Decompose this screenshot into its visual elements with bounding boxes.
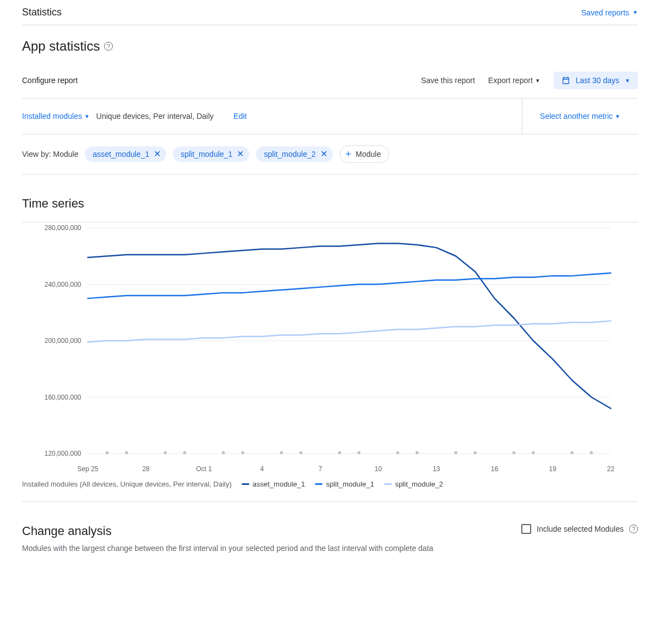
date-range-picker[interactable]: Last 30 days ▼ [554,72,638,89]
save-report-label: Save this report [421,76,475,85]
svg-rect-37 [590,451,593,454]
svg-rect-28 [338,451,341,454]
saved-reports-label: Saved reports [581,8,629,17]
svg-rect-23 [183,451,186,454]
export-report-label: Export report [488,76,533,85]
legend-item: split_module_2 [384,480,443,488]
legend-label: split_module_1 [326,480,374,488]
legend-item: split_module_1 [315,480,374,488]
legend-item: asset_module_1 [242,480,305,488]
date-range-label: Last 30 days [576,76,619,85]
include-modules-checkbox[interactable] [521,524,531,534]
include-modules-label: Include selected Modules [537,525,624,533]
page-title: App statistics [22,39,100,54]
legend-prefix: Installed modules (All devices, Unique d… [22,480,232,488]
chevron-down-icon: ▼ [625,78,630,84]
legend-label: split_module_2 [395,480,443,488]
primary-metric-dropdown[interactable]: Installed modules ▼ [22,112,90,121]
chevron-down-icon: ▼ [84,113,90,119]
select-another-label: Select another metric [540,112,613,121]
svg-rect-22 [164,451,167,454]
metric-config-text: Unique devices, Per interval, Daily [96,112,214,121]
change-analysis-title: Change analysis [22,524,433,538]
edit-metric-button[interactable]: Edit [233,112,247,121]
add-module-label: Module [356,150,381,159]
svg-text:7: 7 [318,465,322,473]
configure-report-label: Configure report [22,76,78,85]
chip-label: split_module_2 [264,150,315,159]
chip-label: asset_module_1 [92,150,149,159]
save-report-button[interactable]: Save this report [421,76,475,85]
export-report-dropdown[interactable]: Export report ▼ [488,76,541,85]
chevron-down-icon: ▼ [535,78,541,84]
primary-metric-label: Installed modules [22,112,82,121]
legend-swatch [242,483,249,485]
svg-rect-31 [416,451,418,454]
svg-text:200,000,000: 200,000,000 [45,337,81,345]
svg-text:240,000,000: 240,000,000 [45,281,81,288]
saved-reports-dropdown[interactable]: Saved reports ▼ [581,8,638,17]
svg-rect-32 [455,451,457,454]
svg-rect-21 [125,451,128,454]
legend-label: asset_module_1 [253,480,305,488]
svg-text:28: 28 [142,465,150,473]
legend-swatch [384,483,392,485]
svg-text:120,000,000: 120,000,000 [45,450,81,457]
svg-rect-30 [396,451,399,454]
chart-legend: Installed modules (All devices, Unique d… [22,476,638,502]
view-by-label: View by: Module [22,150,78,159]
help-icon[interactable]: ? [104,42,113,51]
svg-rect-36 [571,451,574,454]
svg-text:19: 19 [549,465,557,473]
time-series-title: Time series [22,174,638,222]
chevron-down-icon: ▼ [632,9,638,15]
chevron-down-icon: ▼ [615,113,620,119]
svg-text:22: 22 [607,465,615,473]
svg-text:16: 16 [491,465,499,473]
plus-icon: + [346,149,352,159]
select-another-metric-button[interactable]: Select another metric ▼ [540,112,620,121]
close-icon[interactable]: ✕ [237,150,244,159]
svg-text:Oct 1: Oct 1 [196,465,212,473]
close-icon[interactable]: ✕ [320,150,328,159]
filter-chip-split-module-2[interactable]: split_module_2 ✕ [256,146,332,162]
svg-rect-24 [222,451,225,454]
time-series-chart: 280,000,000240,000,000200,000,000160,000… [22,222,638,476]
svg-rect-26 [280,451,283,454]
add-module-button[interactable]: + Module [340,145,389,163]
svg-text:280,000,000: 280,000,000 [45,224,81,232]
calendar-icon [561,76,570,85]
svg-rect-34 [512,451,515,454]
help-icon[interactable]: ? [629,525,638,533]
svg-rect-27 [299,451,302,454]
filter-chip-asset-module-1[interactable]: asset_module_1 ✕ [85,146,166,162]
svg-text:4: 4 [260,465,264,473]
svg-rect-29 [358,451,361,454]
svg-text:10: 10 [375,465,383,473]
close-icon[interactable]: ✕ [154,150,161,159]
legend-swatch [315,483,323,485]
svg-rect-25 [241,451,244,454]
svg-text:Sep 25: Sep 25 [77,465,98,473]
svg-text:13: 13 [433,465,440,473]
svg-rect-20 [106,451,108,454]
svg-text:160,000,000: 160,000,000 [45,394,81,401]
chip-label: split_module_1 [181,150,232,159]
svg-rect-35 [532,451,534,454]
filter-chip-split-module-1[interactable]: split_module_1 ✕ [173,146,249,162]
page-section-title: Statistics [22,7,62,18]
svg-rect-33 [474,451,477,454]
change-analysis-desc: Modules with the largest change between … [22,544,433,553]
